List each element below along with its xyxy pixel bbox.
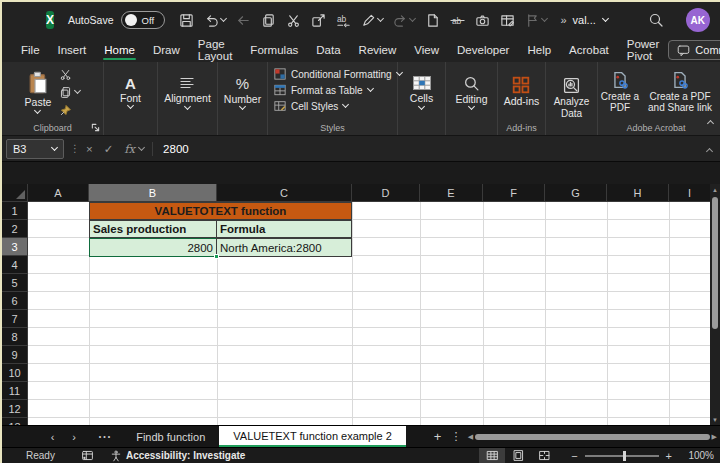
conditional-formatting-button[interactable]: Conditional Formatting — [274, 68, 402, 80]
zoom-out-button[interactable]: − — [571, 450, 577, 462]
zoom-in-button[interactable]: + — [666, 450, 672, 462]
column-header-h[interactable]: H — [607, 184, 669, 202]
page-layout-view-button[interactable] — [505, 448, 531, 463]
row-header-8[interactable]: 8 — [2, 328, 28, 346]
sheet-tab-findb-function[interactable]: Findb function — [122, 426, 219, 447]
row-header-6[interactable]: 6 — [2, 292, 28, 310]
column-header-a[interactable]: A — [28, 184, 89, 202]
row-header-7[interactable]: 7 — [2, 310, 28, 328]
tab-draw[interactable]: Draw — [144, 38, 189, 62]
vertical-scrollbar[interactable]: ▲ ▼ — [710, 184, 720, 425]
next-sheet-button[interactable]: › — [63, 431, 84, 443]
flag-button[interactable] — [523, 9, 549, 31]
autosave-switch[interactable]: Off — [121, 11, 165, 29]
scroll-right-icon[interactable]: ▶ — [712, 433, 717, 441]
sheet-options-button[interactable]: ⋮ — [447, 430, 465, 443]
tab-page-layout[interactable]: Page Layout — [189, 38, 242, 62]
copy-button[interactable] — [259, 9, 278, 31]
cell-c2[interactable]: Formula — [216, 220, 352, 238]
zoom-level[interactable]: 100% — [680, 450, 714, 461]
formula-input[interactable]: 2800 — [153, 143, 707, 155]
cell-b3-selected[interactable]: 2800 — [89, 238, 217, 257]
enter-button[interactable]: ✓ — [104, 142, 114, 156]
paste-special-button[interactable] — [309, 9, 328, 31]
all-sheets-button[interactable]: ••• — [99, 433, 112, 440]
autosave-toggle[interactable]: AutoSave Off — [68, 11, 165, 29]
search-button[interactable] — [648, 12, 664, 28]
document-title[interactable]: val... — [573, 14, 608, 26]
screenshot-button[interactable] — [473, 9, 492, 31]
column-header-e[interactable]: E — [420, 184, 483, 202]
alignment-button[interactable]: Alignment — [164, 75, 211, 109]
tab-help[interactable]: Help — [518, 38, 560, 62]
new-file-button[interactable] — [423, 9, 442, 31]
paste-button[interactable]: Paste — [25, 71, 52, 113]
row-header-9[interactable]: 9 — [2, 346, 28, 364]
sheet-tab-valuetext-example-2[interactable]: VALUETEXT function example 2 — [219, 426, 406, 447]
cell-c3[interactable]: North America:2800 — [216, 238, 352, 257]
undo-button[interactable] — [202, 9, 228, 31]
insert-function-button[interactable]: fx — [124, 142, 144, 156]
row-header-10[interactable]: 10 — [2, 364, 28, 382]
analyze-data-button[interactable]: Analyze Data — [546, 77, 597, 119]
more-commands-button[interactable]: » — [555, 9, 573, 31]
redo-button[interactable] — [391, 9, 417, 31]
formula-bar-grip[interactable]: ⋮ — [70, 143, 80, 154]
horizontal-scroll-thumb[interactable] — [475, 434, 709, 440]
format-as-table-button[interactable]: Format as Table — [274, 84, 373, 96]
cut-button[interactable] — [59, 67, 80, 82]
jump-back-button[interactable] — [234, 9, 253, 31]
row-header-2[interactable]: 2 — [2, 220, 28, 238]
editing-button[interactable]: Editing — [455, 75, 487, 110]
addins-button[interactable]: Add-ins — [504, 76, 540, 108]
select-all-button[interactable] — [2, 184, 28, 202]
tab-power-pivot[interactable]: Power Pivot — [618, 38, 669, 62]
tab-insert[interactable]: Insert — [49, 38, 96, 62]
horizontal-scrollbar[interactable]: ◀ ▶ — [465, 426, 720, 447]
row-header-11[interactable]: 11 — [2, 382, 28, 400]
page-break-preview-button[interactable] — [531, 448, 557, 463]
create-pdf-share-button[interactable]: Create a PDF and Share link — [647, 71, 713, 114]
zoom-slider[interactable] — [585, 455, 659, 457]
column-header-g[interactable]: G — [545, 184, 607, 202]
tab-view[interactable]: View — [405, 38, 448, 62]
create-pdf-button[interactable]: Create a PDF — [599, 71, 641, 114]
copy-button[interactable] — [59, 85, 80, 100]
column-header-d[interactable]: D — [352, 184, 420, 202]
collapse-ribbon-button[interactable] — [708, 112, 713, 130]
row-header-4[interactable]: 4 — [2, 256, 28, 274]
accessibility-status[interactable]: Accessibility: Investigate — [110, 450, 246, 462]
zoom-slider-thumb[interactable] — [623, 451, 626, 461]
tab-review[interactable]: Review — [350, 38, 406, 62]
column-header-f[interactable]: F — [483, 184, 545, 202]
scroll-down-icon[interactable]: ▼ — [710, 414, 720, 425]
name-box[interactable]: B3 — [6, 139, 64, 159]
scroll-up-icon[interactable]: ▲ — [710, 184, 720, 195]
column-header-b[interactable]: B — [89, 184, 217, 202]
cell-b1-merged-title[interactable]: VALUETOTEXT function — [89, 202, 352, 220]
tab-home[interactable]: Home — [95, 38, 144, 62]
prev-sheet-button[interactable]: ‹ — [42, 431, 63, 443]
tab-file[interactable]: File — [12, 38, 49, 62]
translate-button[interactable]: ab — [334, 9, 353, 31]
column-header-i[interactable]: I — [669, 184, 710, 202]
format-painter-button[interactable] — [59, 103, 80, 118]
row-header-3[interactable]: 3 — [2, 238, 28, 256]
normal-view-button[interactable] — [479, 448, 505, 463]
strikethrough-button[interactable]: ab — [448, 9, 467, 31]
tab-developer[interactable]: Developer — [448, 38, 518, 62]
save-button[interactable] — [177, 9, 196, 31]
row-header-12[interactable]: 12 — [2, 400, 28, 418]
cancel-button[interactable]: × — [86, 143, 93, 155]
row-header-5[interactable]: 5 — [2, 274, 28, 292]
row-header-13[interactable]: 13 — [2, 418, 28, 425]
new-sheet-button[interactable]: + — [428, 429, 447, 444]
cell-grid[interactable]: VALUETOTEXT function Sales production Fo… — [28, 202, 712, 425]
fill-handle[interactable] — [214, 254, 219, 259]
number-button[interactable]: % Number — [224, 75, 261, 110]
tab-acrobat[interactable]: Acrobat — [560, 38, 618, 62]
scroll-left-icon[interactable]: ◀ — [468, 433, 473, 441]
comments-button[interactable]: Comments — [668, 40, 720, 60]
tab-formulas[interactable]: Formulas — [241, 38, 307, 62]
avatar[interactable]: AK — [686, 8, 710, 32]
